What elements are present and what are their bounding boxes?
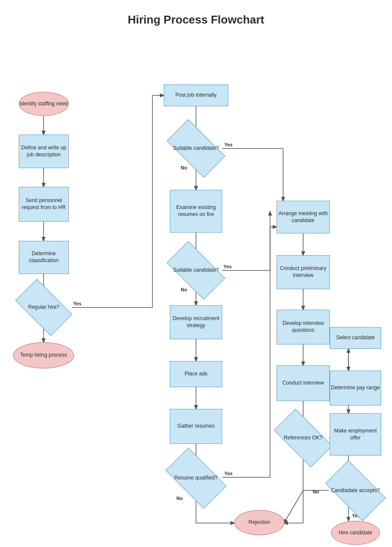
flowchart: Yes No Yes No Yes No Yes No Yes No Yes N… xyxy=(0,35,392,547)
conduct-interview-node: Conduct interview xyxy=(277,365,330,401)
yes-label-suitable2: Yes xyxy=(223,264,232,269)
suitable2-diamond: Suitable candidate? xyxy=(170,255,222,286)
rejection-node: Rejection xyxy=(234,510,284,535)
yes-label-resume: Yes xyxy=(224,471,233,476)
select-candidate-node: Select candidate xyxy=(330,327,381,349)
temp-hiring-node: Temp hiring process xyxy=(13,342,74,368)
hire-candidate-node: Hire candidate xyxy=(331,521,380,545)
references-ok-diamond: References OK? xyxy=(277,423,329,453)
no-label-accepts: No xyxy=(313,489,319,494)
no-label-suitable1: No xyxy=(181,165,187,170)
conduct-prelim-node: Conduct preliminary interview xyxy=(277,255,330,289)
gather-resumes-node: Gather resumes xyxy=(170,409,222,444)
suitable1-diamond: Suitable candidate? xyxy=(170,133,222,164)
determine-pay-node: Determine pay range xyxy=(330,371,381,405)
determine-class-node: Determine classification xyxy=(19,241,69,274)
regular-hire-diamond: Regular hire? xyxy=(19,292,69,323)
identify-staffing-node: Identify staffing need xyxy=(19,92,69,116)
yes-label-regular: Yes xyxy=(73,301,81,306)
place-ads-node: Place ads xyxy=(170,361,222,387)
no-label-suitable2: No xyxy=(181,287,187,292)
no-label-resume: No xyxy=(176,496,183,501)
develop-recruitment-node: Develop recruitment strategy xyxy=(170,305,222,339)
page-title: Hiring Process Flowchart xyxy=(0,0,392,35)
make-offer-node: Make employment offer xyxy=(330,413,381,456)
post-job-node: Post job internally xyxy=(164,84,228,106)
candidate-accepts-diamond: Candiadate accepts? xyxy=(329,474,382,507)
define-job-node: Define and write up job description xyxy=(19,135,69,168)
svg-line-37 xyxy=(284,490,303,523)
send-personnel-node: Send personnel request from to HR xyxy=(19,187,69,222)
resume-qualified-diamond: Resume qualified? xyxy=(169,462,223,494)
develop-questions-node: Develop interview questions xyxy=(277,310,330,344)
arrange-meeting-node: Arrange meeting with candidate xyxy=(277,201,330,233)
yes-label-suitable1: Yes xyxy=(224,142,233,147)
examine-resumes-node: Examine existing resumes on fire xyxy=(170,190,222,233)
